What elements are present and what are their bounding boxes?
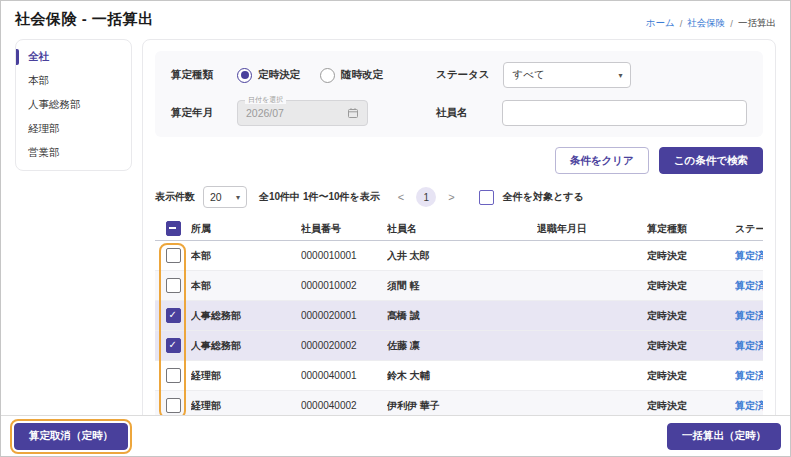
radio-icon [320,68,335,83]
radio-label: 定時決定 [258,68,300,82]
status-link[interactable]: 算定済 [735,370,763,381]
previous-page-icon[interactable]: < [398,192,404,203]
cell-employee-number: 0000010001 [301,250,387,261]
search-button[interactable]: この条件で検索 [659,147,763,174]
row-checkbox[interactable] [166,398,181,413]
calc-month-input: 日付を選択 2026/07 [237,100,368,126]
employee-name-field: 社員名 [436,100,747,126]
calc-month-label: 算定年月 [171,106,223,120]
column-header-employee-number: 社員番号 [301,222,387,236]
cell-employee-name: 須間 軽 [387,279,537,293]
employee-name-label: 社員名 [436,106,488,120]
cell-calc-type: 定時決定 [647,399,735,413]
cell-department: 人事総務部 [191,309,301,323]
calc-month-placeholder-label: 日付を選択 [245,96,286,104]
list-controls: 表示件数 20 ▾ 全10件中 1件〜10件を表示 < 1 > 全件を対象とする [155,186,763,208]
row-checkbox[interactable] [166,308,181,323]
page-size-label: 表示件数 [155,190,195,204]
cell-calc-type: 定時決定 [647,279,735,293]
filter-actions: 条件をクリア この条件で検索 [155,147,763,174]
chevron-down-icon: ▾ [618,71,622,80]
clear-conditions-button[interactable]: 条件をクリア [555,147,649,174]
filter-panel: 算定種類 定時決定 随時改定 ステータス [155,51,763,137]
select-all-checkbox[interactable] [479,190,494,205]
footer-action-bar: 算定取消（定時） 一括算出（定時） [1,415,790,456]
table-header: 所属 社員番号 社員名 退職年月日 算定種類 ステータス [155,217,763,241]
select-all-control: 全件を対象とする [479,190,584,205]
result-range-text: 全10件中 1件〜10件を表示 [259,190,380,204]
department-sidebar: 全社 本部 人事総務部 経理部 営業部 [15,39,132,171]
status-link[interactable]: 算定済 [735,280,763,291]
breadcrumb-separator: / [680,18,683,29]
cell-calc-type: 定時決定 [647,249,735,263]
cell-employee-name: 髙橋 誠 [387,309,537,323]
sidebar-item-all-company[interactable]: 全社 [16,45,131,69]
select-all-label: 全件を対象とする [503,190,584,204]
cell-employee-number: 0000010002 [301,280,387,291]
sidebar-item-label: 全社 [28,50,49,62]
sidebar-item-label: 経理部 [28,122,60,134]
row-checkbox[interactable] [166,368,181,383]
calc-month-value: 2026/07 [246,107,284,119]
sidebar-item-sales[interactable]: 営業部 [16,141,131,165]
breadcrumb-link-social-insurance[interactable]: 社会保険 [687,17,725,30]
breadcrumb-separator: / [730,18,733,29]
radio-option-scheduled-decision[interactable]: 定時決定 [237,68,300,83]
sidebar-item-accounting[interactable]: 経理部 [16,117,131,141]
status-link[interactable]: 算定済 [735,310,763,321]
sidebar-item-label: 本部 [28,74,49,86]
page-title: 社会保険 - 一括算出 [15,10,154,29]
calc-type-radio-group: 定時決定 随時改定 [237,68,383,83]
row-checkbox[interactable] [166,338,181,353]
employee-table: 所属 社員番号 社員名 退職年月日 算定種類 ステータス 本部 00000100… [155,217,763,421]
sidebar-item-headquarters[interactable]: 本部 [16,69,131,93]
cell-employee-name: 鈴木 大輔 [387,369,537,383]
table-row: 本部 0000010001 入井 太郎 定時決定 算定済 [155,241,763,271]
column-header-employee-name: 社員名 [387,222,537,236]
batch-calculate-button[interactable]: 一括算出（定時） [667,423,781,450]
cell-department: 人事総務部 [191,339,301,353]
pagination: < 1 > [398,187,455,207]
employee-name-input[interactable] [502,100,747,126]
breadcrumb-link-home[interactable]: ホーム [646,17,675,30]
cell-department: 経理部 [191,369,301,383]
calendar-icon [347,107,359,119]
header-checkbox[interactable] [166,221,181,236]
next-page-icon[interactable]: > [448,192,454,203]
app-window: 社会保険 - 一括算出 ホーム / 社会保険 / 一括算出 全社 本部 人事総務… [0,0,791,457]
cell-department: 経理部 [191,399,301,413]
cell-employee-number: 0000020002 [301,340,387,351]
table-body: 本部 0000010001 入井 太郎 定時決定 算定済 本部 00000100… [155,241,763,421]
table-row: 人事総務部 0000020001 髙橋 誠 定時決定 算定済 [155,301,763,331]
status-select[interactable]: すべて ▾ [503,62,631,88]
radio-option-occasional-revision[interactable]: 随時改定 [320,68,383,83]
sidebar-item-hr-general-affairs[interactable]: 人事総務部 [16,93,131,117]
radio-label: 随時改定 [341,68,383,82]
cell-employee-name: 伊利伊 華子 [387,399,537,413]
status-select-value: すべて [512,68,544,82]
cancel-calculation-button[interactable]: 算定取消（定時） [14,423,128,450]
radio-icon [237,68,252,83]
status-link[interactable]: 算定済 [735,340,763,351]
page-size-select[interactable]: 20 ▾ [203,186,247,208]
sidebar-item-label: 営業部 [28,146,60,158]
chevron-down-icon: ▾ [236,193,240,202]
page-number-button[interactable]: 1 [416,187,436,207]
cell-employee-name: 入井 太郎 [387,249,537,263]
cell-department: 本部 [191,249,301,263]
status-link[interactable]: 算定済 [735,250,763,261]
table-row: 経理部 0000040001 鈴木 大輔 定時決定 算定済 [155,361,763,391]
sidebar-item-label: 人事総務部 [28,98,81,110]
cell-calc-type: 定時決定 [647,339,735,353]
calc-type-field: 算定種類 定時決定 随時改定 [171,62,436,88]
status-link[interactable]: 算定済 [735,400,763,411]
calc-type-label: 算定種類 [171,68,223,82]
table-row: 本部 0000010002 須間 軽 定時決定 算定済 [155,271,763,301]
column-header-status: ステータス [735,222,763,236]
page-header: 社会保険 - 一括算出 ホーム / 社会保険 / 一括算出 [1,1,790,30]
main-panel: 算定種類 定時決定 随時改定 ステータス [142,39,776,430]
row-checkbox[interactable] [166,248,181,263]
row-checkbox[interactable] [166,278,181,293]
column-header-retirement-date: 退職年月日 [537,222,647,236]
cell-employee-number: 0000040002 [301,400,387,411]
